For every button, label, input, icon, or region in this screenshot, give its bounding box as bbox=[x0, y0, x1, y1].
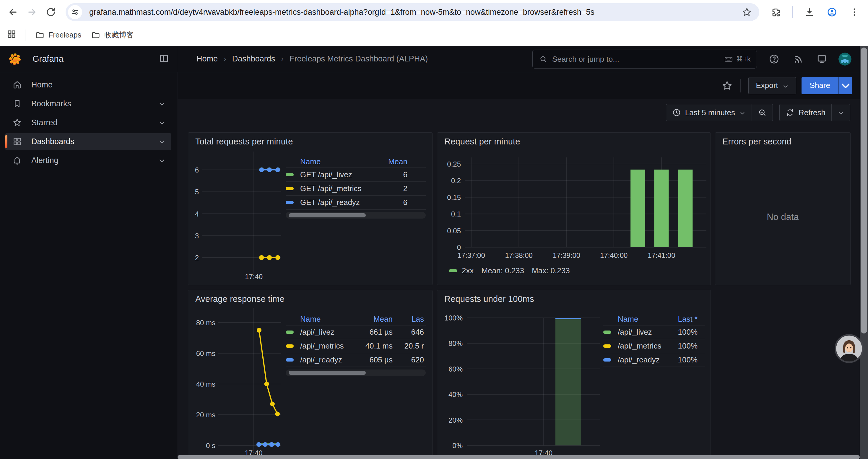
legend-mean: Mean: 0.233 bbox=[481, 266, 524, 275]
legend-row[interactable]: /api/_metrics 40.1 ms 20.5 r bbox=[286, 339, 426, 353]
col-last[interactable]: Las bbox=[393, 315, 426, 324]
sidebar-item-bookmarks[interactable]: Bookmarks bbox=[5, 95, 171, 112]
breadcrumb-dashboards[interactable]: Dashboards bbox=[232, 54, 275, 64]
time-range-picker[interactable]: Last 5 minutes bbox=[666, 104, 752, 121]
menu-kebab-icon[interactable] bbox=[848, 6, 860, 18]
favorite-star-icon[interactable] bbox=[721, 80, 733, 91]
legend-row[interactable]: GET /api/_readyz 6 bbox=[286, 196, 426, 210]
kiosk-monitor-icon[interactable] bbox=[816, 54, 827, 64]
legend-row[interactable]: GET /api/_livez 6 bbox=[286, 168, 426, 182]
search-shortcut: ⌘+k bbox=[724, 55, 751, 64]
scrollbar-thumb[interactable] bbox=[289, 213, 366, 218]
col-last[interactable]: Last * bbox=[662, 315, 698, 324]
series-name[interactable]: GET /api/_readyz bbox=[300, 198, 375, 207]
chart-request-per-minute[interactable]: 0.250.20.150.10.05017:37:0017:38:0017:39… bbox=[437, 133, 711, 287]
legend-scrollbar[interactable] bbox=[286, 369, 426, 376]
bookmark-star-icon[interactable] bbox=[740, 6, 753, 19]
share-dropdown-button[interactable] bbox=[838, 77, 852, 94]
panel-title[interactable]: Errors per second bbox=[722, 137, 792, 146]
download-icon[interactable] bbox=[804, 6, 815, 18]
legend-row[interactable]: /api/_livez 661 µs 646 bbox=[286, 326, 426, 339]
forward-icon[interactable] bbox=[23, 3, 41, 22]
folder-icon bbox=[35, 31, 44, 40]
legend: 2xx Mean: 0.233 Max: 0.233 bbox=[449, 266, 570, 275]
profile-icon[interactable] bbox=[826, 6, 838, 18]
sidebar-item-starred[interactable]: Starred bbox=[5, 114, 171, 131]
url-text[interactable]: grafana.mathmast.com/d/deytv4rwavabkb/fr… bbox=[89, 8, 740, 17]
reload-icon[interactable] bbox=[41, 3, 60, 22]
sidebar-item-label: Dashboards bbox=[31, 137, 158, 146]
sidebar: Home Bookmarks Starred Dashboards bbox=[0, 72, 177, 459]
export-button[interactable]: Export bbox=[748, 77, 796, 94]
sidebar-toggle-icon[interactable] bbox=[159, 54, 170, 65]
legend-header: Name Mean bbox=[286, 156, 426, 168]
site-info-icon[interactable] bbox=[68, 5, 82, 19]
svg-text:60 ms: 60 ms bbox=[196, 350, 215, 357]
time-controls: Last 5 minutes Refresh bbox=[666, 104, 850, 121]
sidebar-item-home[interactable]: Home bbox=[5, 76, 171, 93]
svg-text:20 ms: 20 ms bbox=[196, 411, 215, 419]
zoom-out-button[interactable] bbox=[752, 104, 773, 121]
search-input[interactable]: Search or jump to... ⌘+k bbox=[532, 50, 757, 68]
legend-scrollbar[interactable] bbox=[286, 212, 426, 219]
legend-row[interactable]: /api/_livez 100% bbox=[603, 326, 705, 339]
bookmark-folder-freeleaps[interactable]: Freeleaps bbox=[35, 31, 81, 40]
breadcrumb-separator: › bbox=[224, 54, 226, 64]
refresh-button[interactable]: Refresh bbox=[780, 104, 831, 121]
refresh-icon bbox=[785, 108, 795, 117]
legend-row[interactable]: /api/_readyz 605 µs 620 bbox=[286, 353, 426, 367]
col-mean[interactable]: Mean bbox=[375, 157, 407, 166]
vertical-scrollbar[interactable] bbox=[860, 46, 868, 459]
star-icon bbox=[12, 118, 23, 128]
extensions-icon[interactable] bbox=[770, 6, 782, 18]
col-name[interactable]: Name bbox=[618, 315, 662, 324]
legend-row[interactable]: /api/_metrics 100% bbox=[603, 339, 705, 353]
series-mean: 40.1 ms bbox=[354, 341, 393, 351]
chevron-down-icon[interactable] bbox=[158, 157, 166, 165]
help-icon[interactable] bbox=[769, 54, 779, 64]
sidebar-item-alerting[interactable]: Alerting bbox=[5, 152, 171, 169]
grafana-logo[interactable] bbox=[9, 53, 21, 65]
legend-table: Name Mean GET /api/_livez 6 GET /api/_me… bbox=[286, 156, 426, 219]
series-name[interactable]: GET /api/_metrics bbox=[300, 184, 375, 193]
chevron-down-icon bbox=[739, 109, 746, 116]
legend-row[interactable]: GET /api/_metrics 2 bbox=[286, 182, 426, 196]
legend-row[interactable]: /api/_readyz 100% bbox=[603, 353, 705, 367]
series-name[interactable]: /api/_livez bbox=[618, 328, 662, 337]
share-button[interactable]: Share bbox=[802, 77, 838, 94]
series-mean: 6 bbox=[375, 170, 407, 179]
chevron-down-icon[interactable] bbox=[158, 138, 166, 145]
user-avatar[interactable] bbox=[838, 53, 851, 66]
series-swatch bbox=[449, 269, 457, 272]
series-name[interactable]: /api/_metrics bbox=[300, 341, 354, 351]
legend-item-2xx[interactable]: 2xx bbox=[449, 266, 473, 275]
col-name[interactable]: Name bbox=[300, 157, 375, 166]
back-icon[interactable] bbox=[4, 3, 23, 22]
sidebar-item-label: Home bbox=[31, 80, 171, 90]
svg-text:0.1: 0.1 bbox=[451, 210, 461, 218]
floating-assistant-avatar[interactable] bbox=[836, 335, 862, 362]
series-name[interactable]: GET /api/_livez bbox=[300, 170, 375, 179]
address-bar[interactable]: grafana.mathmast.com/d/deytv4rwavabkb/fr… bbox=[66, 3, 759, 21]
time-range-label: Last 5 minutes bbox=[685, 108, 735, 117]
apps-grid-icon[interactable] bbox=[6, 29, 18, 41]
bookmark-folder-blogs[interactable]: 收藏博客 bbox=[91, 30, 134, 40]
col-mean[interactable]: Mean bbox=[354, 315, 393, 324]
sidebar-item-dashboards[interactable]: Dashboards bbox=[5, 133, 171, 150]
breadcrumb-home[interactable]: Home bbox=[196, 54, 218, 64]
scrollbar-thumb[interactable] bbox=[289, 371, 366, 375]
chevron-down-icon[interactable] bbox=[158, 119, 166, 127]
series-name[interactable]: /api/_readyz bbox=[618, 355, 662, 364]
news-rss-icon[interactable] bbox=[793, 54, 804, 64]
horizontal-scrollbar[interactable] bbox=[178, 455, 860, 459]
refresh-interval-dropdown[interactable] bbox=[831, 104, 850, 121]
svg-text:0.05: 0.05 bbox=[447, 227, 461, 235]
scrollbar-thumb[interactable] bbox=[861, 47, 867, 333]
series-name[interactable]: /api/_livez bbox=[300, 328, 354, 337]
col-name[interactable]: Name bbox=[300, 315, 354, 324]
series-name[interactable]: /api/_readyz bbox=[300, 355, 354, 364]
series-name[interactable]: /api/_metrics bbox=[618, 341, 662, 351]
chevron-down-icon[interactable] bbox=[158, 100, 166, 108]
svg-text:100%: 100% bbox=[445, 314, 463, 322]
browser-actions bbox=[770, 6, 860, 18]
